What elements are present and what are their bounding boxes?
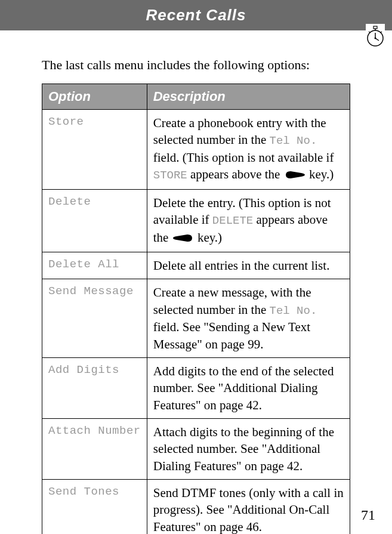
table-row: Delete All Delete all entries in the cur… (42, 252, 350, 279)
page-number: 71 (361, 507, 375, 523)
table-header-row: Option Description (42, 84, 350, 110)
option-cell: Delete (42, 189, 147, 252)
svg-rect-1 (374, 26, 377, 29)
desc-text: appears above the (187, 167, 283, 181)
header-description: Description (147, 84, 350, 110)
table-row: Send Message Create a new message, with … (42, 279, 350, 358)
table-row: Delete Delete the entry. (This option is… (42, 189, 350, 252)
desc-text: field. See "Sending a New Text Message" … (153, 320, 310, 351)
content-area: The last calls menu includes the followi… (0, 30, 392, 534)
option-cell: Send Message (42, 279, 147, 358)
mono-text: Tel No. (270, 134, 317, 147)
description-cell: Delete the entry. (This option is not av… (147, 189, 350, 252)
option-cell: Store (42, 110, 147, 190)
mono-text: STORE (153, 169, 187, 182)
header-option: Option (42, 84, 147, 110)
option-cell: Attach Number (42, 419, 147, 480)
description-cell: Create a phonebook entry with the select… (147, 110, 350, 190)
option-cell: Add Digits (42, 358, 147, 419)
table-row: Attach Number Attach digits to the begin… (42, 419, 350, 480)
table-row: Store Create a phonebook entry with the … (42, 110, 350, 190)
description-cell: Send DTMF tones (only with a call in pro… (147, 480, 350, 534)
description-cell: Create a new message, with the selected … (147, 279, 350, 358)
mono-text: Tel No. (270, 304, 317, 317)
options-table: Option Description Store Create a phoneb… (42, 84, 350, 534)
softkey-right-icon (285, 167, 305, 184)
desc-text: field. (This option is not available if (153, 150, 334, 165)
header-bar: Recent Calls (0, 0, 392, 30)
mono-text: DELETE (212, 214, 253, 227)
header-title: Recent Calls (146, 6, 246, 24)
option-cell: Send Tones (42, 480, 147, 534)
description-cell: Attach digits to the beginning of the se… (147, 419, 350, 480)
intro-text: The last calls menu includes the followi… (42, 57, 350, 73)
description-cell: Delete all entries in the current list. (147, 252, 350, 279)
desc-text: key.) (306, 167, 334, 181)
softkey-left-icon (173, 230, 193, 247)
stopwatch-icon (366, 24, 385, 48)
svg-point-5 (375, 38, 376, 39)
description-cell: Add digits to the end of the selected nu… (147, 358, 350, 419)
option-cell: Delete All (42, 252, 147, 279)
table-row: Send Tones Send DTMF tones (only with a … (42, 480, 350, 534)
desc-text: key.) (195, 230, 222, 245)
table-row: Add Digits Add digits to the end of the … (42, 358, 350, 419)
